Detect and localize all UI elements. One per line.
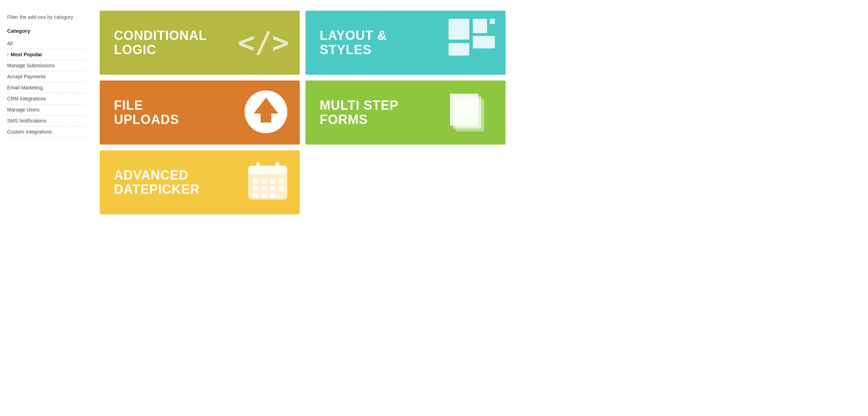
- advanced-datepicker-icon: [246, 160, 289, 204]
- sidebar: Filter the add-ons by category. Category…: [7, 11, 85, 214]
- category-item-manage-submissions[interactable]: Manage Submissions: [7, 60, 85, 71]
- svg-rect-4: [490, 19, 495, 24]
- category-item-most-popular[interactable]: ›Most Popular: [7, 49, 85, 60]
- svg-rect-0: [449, 19, 469, 40]
- category-label: Manage Users: [7, 107, 40, 113]
- svg-rect-20: [270, 186, 276, 191]
- category-label: CRM Integrations: [7, 96, 46, 102]
- svg-rect-13: [276, 162, 279, 169]
- svg-rect-3: [449, 43, 469, 56]
- layout-styles-icon: [449, 19, 495, 67]
- addon-card-file-uploads[interactable]: FILE UPLOADS: [100, 80, 300, 145]
- addon-title-advanced-datepicker: ADVANCED DATEPICKER: [114, 168, 200, 196]
- svg-rect-23: [261, 193, 267, 198]
- category-item-sms-notifications[interactable]: SMS Notifications: [7, 115, 85, 126]
- category-item-email-marketing[interactable]: Email Marketing: [7, 82, 85, 93]
- addon-card-conditional-logic[interactable]: CONDITIONAL LOGIC </>: [100, 11, 300, 75]
- page-layout: Filter the add-ons by category. Category…: [7, 11, 506, 214]
- addon-card-advanced-datepicker[interactable]: ADVANCED DATEPICKER: [100, 150, 300, 214]
- category-label: All: [7, 41, 13, 46]
- addon-title-conditional-logic: CONDITIONAL LOGIC: [114, 28, 207, 57]
- svg-rect-9: [450, 94, 479, 126]
- svg-rect-1: [473, 19, 487, 33]
- category-item-manage-users[interactable]: Manage Users: [7, 104, 85, 115]
- addon-title-file-uploads: FILE UPLOADS: [114, 98, 179, 126]
- svg-rect-15: [261, 179, 267, 184]
- svg-rect-19: [261, 186, 267, 191]
- svg-rect-11: [248, 166, 287, 175]
- svg-rect-17: [278, 179, 284, 184]
- svg-rect-24: [270, 193, 276, 198]
- svg-rect-21: [278, 186, 284, 191]
- svg-rect-22: [253, 193, 258, 198]
- category-list: All›Most PopularManage SubmissionsAccept…: [7, 38, 85, 137]
- category-label: Manage Submissions: [7, 63, 55, 68]
- svg-rect-14: [253, 179, 258, 184]
- addon-title-multi-step-forms: MULTI STEP FORMS: [320, 98, 398, 126]
- svg-rect-12: [256, 162, 260, 169]
- category-label: SMS Notifications: [7, 118, 46, 124]
- addon-card-multi-step-forms[interactable]: MULTI STEP FORMS: [305, 80, 506, 145]
- file-uploads-icon: [243, 89, 289, 136]
- active-chevron-icon: ›: [7, 52, 9, 57]
- category-label: Accept Payments: [7, 74, 46, 79]
- main-grid: CONDITIONAL LOGIC </> LAYOUT & STYLES: [100, 11, 506, 214]
- addon-card-layout-styles[interactable]: LAYOUT & STYLES: [305, 11, 506, 75]
- svg-rect-16: [270, 179, 276, 184]
- category-item-all[interactable]: All: [7, 38, 85, 49]
- multi-step-forms-icon: [449, 89, 495, 136]
- category-label: Email Marketing: [7, 85, 43, 90]
- category-label: Most Popular: [11, 52, 42, 57]
- addon-title-layout-styles: LAYOUT & STYLES: [320, 28, 387, 57]
- svg-rect-18: [253, 186, 258, 191]
- filter-label: Filter the add-ons by category.: [7, 14, 85, 20]
- conditional-logic-icon: </>: [238, 28, 289, 57]
- svg-rect-2: [473, 36, 495, 48]
- category-item-custom-integrations[interactable]: Custom Integrations: [7, 126, 85, 137]
- category-heading: Category: [7, 28, 85, 34]
- category-label: Custom Integrations: [7, 129, 52, 135]
- category-item-accept-payments[interactable]: Accept Payments: [7, 71, 85, 82]
- category-item-crm-integrations[interactable]: CRM Integrations: [7, 93, 85, 104]
